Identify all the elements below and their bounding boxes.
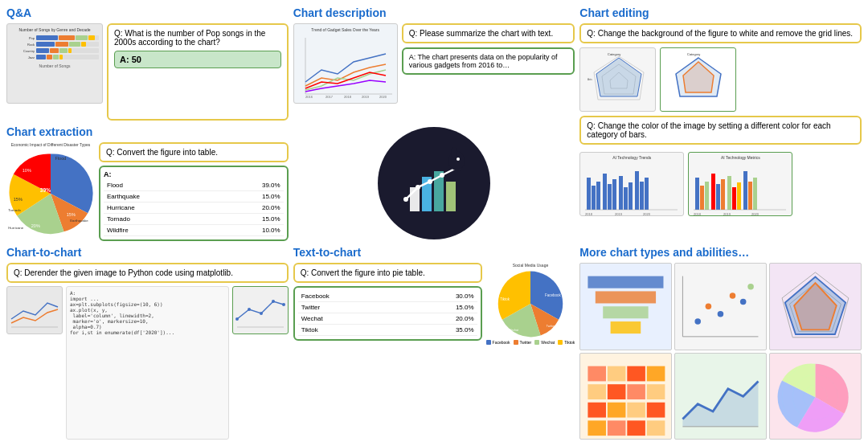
svg-text:Hurricane: Hurricane xyxy=(8,226,24,230)
chart-extract-title: Chart extraction xyxy=(6,125,289,138)
svg-point-64 xyxy=(440,173,444,178)
legend-tiktok: Tiktok xyxy=(558,340,575,345)
svg-rect-83 xyxy=(611,321,641,333)
table-row: Tornado15.0% xyxy=(104,214,284,225)
table-row: Tiktok35.0% xyxy=(298,325,477,336)
svg-rect-34 xyxy=(705,182,709,210)
more-charts-grid xyxy=(579,263,862,440)
svg-rect-26 xyxy=(640,182,644,210)
radar-before: Category Axis xyxy=(579,47,656,112)
svg-text:2020: 2020 xyxy=(751,212,760,216)
more-charts-section: More chart types and abilities… xyxy=(579,246,862,440)
svg-text:2017: 2017 xyxy=(326,95,334,99)
svg-text:2019: 2019 xyxy=(615,212,623,216)
svg-rect-25 xyxy=(635,171,639,210)
t2c-pie-svg: Facebook Twitter Wechat Tiktok xyxy=(494,268,567,340)
svg-text:2016: 2016 xyxy=(305,95,313,99)
svg-rect-21 xyxy=(612,179,616,210)
chart-to-chart-content: Q: Derender the given image to Python co… xyxy=(6,263,289,440)
chart-to-chart-answer-row: A: import ... ax=plt.subplots(figsize=(1… xyxy=(6,286,289,440)
svg-text:2018: 2018 xyxy=(694,212,702,216)
thumb-polar xyxy=(769,353,862,440)
svg-rect-106 xyxy=(628,402,646,417)
svg-rect-100 xyxy=(588,384,607,399)
svg-rect-20 xyxy=(608,184,612,210)
svg-point-87 xyxy=(706,304,712,310)
thumb-heatmap xyxy=(579,353,672,440)
svg-point-74 xyxy=(272,300,275,303)
radar-after: Category xyxy=(660,47,736,112)
svg-text:Category: Category xyxy=(608,52,620,56)
svg-rect-81 xyxy=(596,291,656,303)
qa-chart: Number of Songs by Genre and Decade Pop … xyxy=(6,23,103,104)
svg-rect-103 xyxy=(647,384,665,399)
svg-point-88 xyxy=(718,311,724,317)
svg-point-89 xyxy=(730,293,736,299)
svg-text:15%: 15% xyxy=(14,197,23,202)
svg-point-61 xyxy=(403,197,408,202)
svg-text:Flood: Flood xyxy=(55,156,67,161)
svg-text:Tornado: Tornado xyxy=(8,208,21,212)
legend-facebook: Facebook xyxy=(486,340,510,345)
svg-text:15%: 15% xyxy=(67,212,76,217)
svg-rect-98 xyxy=(628,366,646,381)
chart-edit-section: Chart editing Q: Change the background o… xyxy=(579,6,862,241)
svg-text:20%: 20% xyxy=(31,223,40,228)
chart-extract-content: Economic Impact of Different Disaster Ty… xyxy=(6,142,289,241)
qa-answer: A: 50 xyxy=(114,51,281,68)
table-row: Wildfire10.0% xyxy=(104,225,284,236)
svg-text:2018: 2018 xyxy=(344,95,352,99)
extract-chart-title: Economic Impact of Different Disaster Ty… xyxy=(11,142,90,147)
svg-point-67 xyxy=(451,147,457,158)
svg-marker-112 xyxy=(683,381,759,426)
color-bar-after: AI Technology Metrics xyxy=(688,152,792,216)
svg-rect-40 xyxy=(737,182,741,210)
svg-rect-18 xyxy=(596,182,600,210)
svg-rect-105 xyxy=(608,402,626,417)
svg-rect-39 xyxy=(732,187,736,210)
svg-rect-23 xyxy=(624,187,628,210)
t2c-left: Q: Convert the figure into pie table. Fa… xyxy=(293,263,482,440)
logo-svg xyxy=(394,143,474,223)
extract-answer-label: A: xyxy=(104,170,284,178)
chart-to-chart-qa: Q: Derender the given image to Python co… xyxy=(6,263,289,440)
table-row: Hurricane20.0% xyxy=(104,203,284,214)
qa-bar-country: Country xyxy=(10,48,99,53)
chart-edit-q2: Q: Change the color of the image by sett… xyxy=(579,116,862,145)
extract-table: Flood39.0%Earthquake15.0%Hurricane20.0%T… xyxy=(104,180,284,236)
qa-chart-xlabel: Number of Songs xyxy=(10,63,99,68)
svg-rect-97 xyxy=(608,366,626,381)
svg-rect-107 xyxy=(647,402,665,417)
svg-rect-42 xyxy=(748,182,752,210)
table-row: Earthquake15.0% xyxy=(104,191,284,203)
svg-rect-24 xyxy=(628,182,633,210)
svg-rect-109 xyxy=(608,420,626,436)
svg-rect-101 xyxy=(608,384,626,399)
qa-section: Q&A Number of Songs by Genre and Decade … xyxy=(6,6,289,121)
text-to-chart-section: Text-to-chart Q: Convert the figure into… xyxy=(293,246,575,440)
legend-wechat: Wechat xyxy=(534,340,555,345)
extract-pie-svg: 39% 15% 20% 15% 10% Flood Earthquake Hur… xyxy=(6,149,95,238)
t2c-table-el: Facebook30.0%Twitter15.0%Wechat20.0%Tikt… xyxy=(298,291,477,336)
svg-text:2020: 2020 xyxy=(379,95,387,99)
svg-rect-111 xyxy=(647,420,665,436)
radar-after-svg: Category xyxy=(663,50,734,110)
svg-rect-33 xyxy=(700,186,704,210)
qa-title: Q&A xyxy=(6,6,289,19)
chart-to-chart-title: Chart-to-chart xyxy=(6,246,289,259)
chart-desc-question: Q: Please summarize the chart with text. xyxy=(402,23,575,43)
svg-text:Tiktok: Tiktok xyxy=(500,297,510,301)
center-logo xyxy=(293,125,575,241)
svg-point-91 xyxy=(748,284,755,290)
radar-before-svg: Category Axis xyxy=(583,50,652,110)
chart-to-chart-question: Q: Derender the given image to Python co… xyxy=(6,263,289,283)
c2c-source-chart xyxy=(6,286,63,334)
svg-rect-41 xyxy=(743,171,747,210)
text-to-chart-content: Q: Convert the figure into pie table. Fa… xyxy=(293,263,575,440)
t2c-legend: Facebook Twitter Wechat Tiktok xyxy=(486,340,575,345)
qa-bar-jazz: Jazz xyxy=(10,55,99,59)
bar-before-svg: 2018 2019 2020 xyxy=(583,162,681,216)
svg-rect-110 xyxy=(628,420,646,436)
svg-text:10%: 10% xyxy=(23,168,31,173)
extract-question: Q: Convert the figure into table. xyxy=(99,142,289,162)
